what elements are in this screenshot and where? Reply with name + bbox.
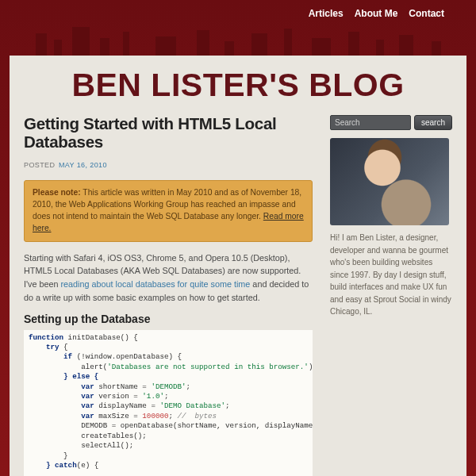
code-text: ;	[186, 382, 191, 391]
nav-contact[interactable]: Contact	[409, 8, 444, 19]
posted-label: POSTED	[24, 161, 55, 169]
code-text: selectAll();	[29, 441, 133, 450]
code-kw: function	[29, 333, 63, 342]
section-heading: Setting up the Database	[24, 313, 313, 325]
notice-box: Please note: This article was written in…	[24, 180, 313, 242]
intro-paragraph: Starting with Safari 4, iOS OS3, Chrome …	[24, 251, 313, 305]
code-text: );	[309, 363, 313, 371]
code-kw: var	[29, 382, 94, 391]
code-string: 'DEMO Database'	[159, 401, 225, 410]
code-string: 'Databases are not supported in this bro…	[107, 363, 309, 371]
code-text: DEMODB = openDatabase(shortName, version…	[29, 421, 313, 430]
intro-link[interactable]: reading about local databases for quite …	[60, 279, 250, 289]
code-text: shortName =	[94, 382, 152, 391]
code-text: (e) {	[77, 461, 99, 470]
sidebar: search Hi! I am Ben Lister, a designer, …	[330, 115, 452, 476]
search-row: search	[330, 115, 452, 130]
code-kw: var	[29, 401, 94, 410]
code-text: ;	[225, 401, 230, 410]
notice-prefix: Please note:	[33, 188, 81, 197]
skyline-decoration	[8, 27, 468, 56]
code-kw: } catch	[29, 461, 77, 470]
code-text: ;	[164, 392, 169, 401]
code-text: version =	[94, 392, 143, 401]
search-button[interactable]: search	[414, 115, 452, 130]
code-text: initDatabase() {	[63, 333, 138, 342]
code-string: '1.0'	[142, 392, 164, 401]
bio-text: Hi! I am Ben Lister, a designer, develop…	[330, 232, 452, 318]
code-block: function initDatabase() { try { if (!win…	[24, 330, 313, 476]
code-kw: var	[29, 392, 94, 401]
code-text: {	[60, 343, 68, 351]
code-number: 100000	[142, 412, 168, 420]
nav-about-me[interactable]: About Me	[355, 8, 398, 19]
code-kw: var	[29, 412, 94, 420]
main-column: Getting Started with HTML5 Local Databas…	[24, 115, 313, 476]
content-wrap: BEN LISTER'S BLOG Getting Started with H…	[10, 56, 466, 476]
article-meta: POSTED MAY 16, 2010	[24, 156, 313, 171]
code-kw: if	[29, 352, 72, 361]
code-text: createTables();	[29, 432, 147, 440]
article-title: Getting Started with HTML5 Local Databas…	[24, 115, 313, 152]
code-kw: try	[29, 343, 60, 351]
code-text: alert(	[29, 363, 107, 371]
code-kw: } else {	[29, 372, 98, 381]
top-nav: Articles About Me Contact	[8, 5, 468, 27]
code-text: ;	[168, 412, 177, 420]
code-text: }	[29, 451, 68, 460]
search-input[interactable]	[330, 115, 411, 130]
article-date[interactable]: MAY 16, 2010	[59, 161, 107, 169]
code-comment: // bytes	[177, 412, 217, 420]
nav-articles[interactable]: Articles	[309, 8, 344, 19]
code-text: (!window.openDatabase) {	[72, 352, 182, 361]
code-string: 'DEMODB'	[151, 382, 186, 391]
code-text: maxSize =	[94, 412, 143, 420]
code-text: displayName =	[94, 401, 160, 410]
avatar	[330, 138, 449, 225]
site-title: BEN LISTER'S BLOG	[24, 65, 452, 115]
